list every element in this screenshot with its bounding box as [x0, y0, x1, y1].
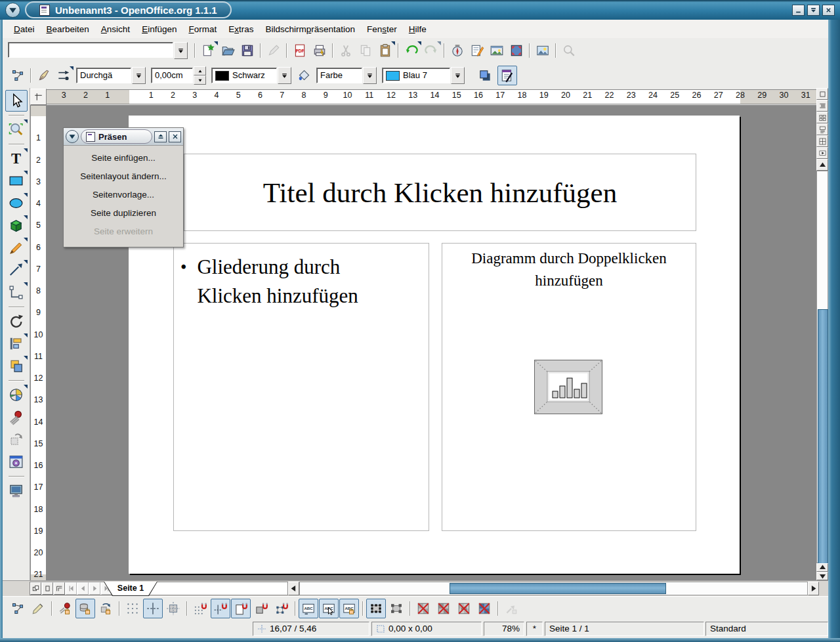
rotate-hand-icon[interactable]	[96, 599, 116, 618]
zoom-page-icon[interactable]	[507, 41, 526, 60]
scroll-up-button-2[interactable]	[816, 563, 828, 572]
url-input[interactable]	[8, 42, 173, 58]
outline-placeholder[interactable]: • Gliederung durch Klicken hinzufügen	[173, 243, 429, 531]
mode-a-icon[interactable]	[30, 582, 41, 595]
snap-lines-icon[interactable]	[211, 599, 230, 618]
stylist-icon[interactable]	[467, 41, 487, 60]
page-style-cell[interactable]: Standard	[705, 622, 828, 636]
interaction-icon[interactable]	[5, 429, 28, 450]
vertical-scroll-thumb[interactable]	[818, 309, 828, 564]
curve-icon[interactable]	[5, 237, 28, 259]
menu-hilfe[interactable]: Hilfe	[403, 24, 432, 34]
undo-icon[interactable]	[402, 41, 421, 60]
vertical-scroll-track[interactable]	[816, 171, 828, 563]
presentation-floating-toolbar[interactable]: Präsen Seite einfügen...Seitenlayout änd…	[63, 127, 184, 247]
menu-bearbeiten[interactable]: Bearbeiten	[41, 24, 95, 34]
rectangle-icon[interactable]	[5, 170, 28, 192]
snap-margins-icon[interactable]	[231, 599, 251, 618]
title-placeholder[interactable]: Titel durch Klicken hinzufügen	[184, 154, 696, 231]
text-icon[interactable]: T	[5, 148, 28, 169]
objects-3d-icon[interactable]	[5, 215, 28, 236]
arrow-ends-icon[interactable]	[54, 66, 74, 85]
stack-hand-icon[interactable]	[75, 599, 95, 618]
ph-text-icon[interactable]: AB	[454, 599, 474, 618]
slide-canvas[interactable]: Titel durch Klicken hinzufügen • Glieder…	[129, 116, 740, 574]
mode-b-icon[interactable]	[42, 582, 53, 595]
shade-button[interactable]	[807, 5, 820, 16]
open-icon[interactable]	[218, 41, 238, 60]
mode-c-icon[interactable]	[54, 582, 65, 595]
chisel-icon[interactable]	[28, 599, 48, 618]
arrange-icon[interactable]	[5, 355, 28, 377]
handles-simple-icon[interactable]	[366, 599, 386, 618]
quick-edit-icon[interactable]: ABC	[299, 599, 318, 618]
fill-color-combo[interactable]: Blau 7	[382, 67, 465, 84]
insert-graphics-icon[interactable]	[533, 41, 553, 60]
workspace[interactable]: Titel durch Klicken hinzufügen • Glieder…	[46, 105, 816, 580]
v-outline-icon[interactable]	[816, 100, 828, 112]
rotate-icon[interactable]	[5, 310, 28, 332]
paint-can-icon[interactable]	[294, 66, 314, 85]
shadow-icon[interactable]	[475, 66, 495, 85]
alignment-icon[interactable]	[5, 333, 28, 354]
scroll-right-button[interactable]	[808, 582, 819, 595]
horizontal-scroll-track[interactable]	[299, 582, 808, 595]
title-bar[interactable]: Unbenannt3 - OpenOffice.org 1.1.1	[0, 0, 840, 20]
presentation-icon[interactable]	[5, 480, 28, 502]
fill-style-combo[interactable]: Farbe	[316, 67, 377, 84]
minimize-button[interactable]	[792, 5, 805, 16]
float-rollup-button[interactable]	[154, 131, 167, 142]
menu-format[interactable]: Format	[182, 24, 222, 34]
menu-bildschirmprsentation[interactable]: Bildschirmpräsentation	[260, 24, 362, 34]
scroll-up-button[interactable]	[816, 159, 828, 171]
presentation-box-icon[interactable]	[497, 66, 517, 85]
horizontal-scrollbar[interactable]	[288, 582, 819, 595]
effects-3d-icon[interactable]	[5, 451, 28, 473]
line-style-combo[interactable]: Durchgä	[76, 67, 146, 84]
gallery-icon[interactable]	[487, 41, 507, 60]
ruler-origin-button[interactable]	[30, 89, 47, 105]
menu-extras[interactable]: Extras	[222, 24, 259, 34]
menu-fenster[interactable]: Fenster	[361, 24, 403, 34]
pen-icon[interactable]	[34, 66, 54, 85]
lines-arrows-icon[interactable]	[5, 259, 28, 281]
edit-points2-icon[interactable]	[8, 599, 28, 618]
float-menu-button[interactable]	[66, 130, 79, 143]
spin-up-button[interactable]	[194, 66, 206, 75]
float-item[interactable]: Seitenlayout ändern...	[64, 167, 183, 186]
float-item[interactable]: Seitenvorlage...	[64, 186, 183, 204]
export-pdf-icon[interactable]: PDF	[290, 41, 310, 60]
ph-contour-icon[interactable]	[434, 599, 453, 618]
v-handout-icon[interactable]	[816, 135, 828, 147]
fill-style-dropdown-button[interactable]	[363, 67, 377, 84]
fill-color-dropdown-button[interactable]	[451, 67, 465, 84]
v-draw-icon[interactable]	[816, 88, 828, 100]
snap-border-icon[interactable]	[251, 599, 271, 618]
v-notes-icon[interactable]	[816, 123, 828, 135]
select-icon[interactable]	[5, 90, 28, 112]
effects-icon[interactable]	[5, 406, 28, 428]
line-style-dropdown-button[interactable]	[132, 67, 146, 84]
float-item[interactable]: Seite einfügen...	[64, 149, 183, 167]
url-dropdown-button[interactable]	[174, 42, 188, 59]
fx-hand-icon[interactable]	[55, 599, 75, 618]
snap-points-icon[interactable]	[272, 599, 291, 618]
float-close-button[interactable]	[169, 131, 181, 142]
spin-down-button[interactable]	[194, 75, 206, 85]
menu-einfgen[interactable]: Einfügen	[136, 24, 182, 34]
insert-obj-icon[interactable]	[5, 384, 28, 406]
menu-datei[interactable]: Datei	[8, 24, 41, 34]
page-tab[interactable]: Seite 1	[104, 582, 158, 596]
helplines-icon[interactable]	[163, 599, 183, 618]
zoom-level-cell[interactable]: 78%	[484, 622, 524, 636]
v-slide-icon[interactable]	[816, 112, 828, 123]
snap-grid-icon[interactable]	[190, 599, 210, 618]
ellipse-icon[interactable]	[5, 192, 28, 214]
edit-points2-icon[interactable]	[8, 66, 28, 85]
new-document-icon[interactable]	[198, 41, 218, 60]
scroll-left-button[interactable]	[288, 582, 299, 595]
snaplines-icon[interactable]	[143, 599, 163, 618]
navigator-icon[interactable]	[448, 41, 467, 60]
dbl-click-text-icon[interactable]: ABC	[339, 599, 359, 618]
save-icon[interactable]	[238, 41, 257, 60]
